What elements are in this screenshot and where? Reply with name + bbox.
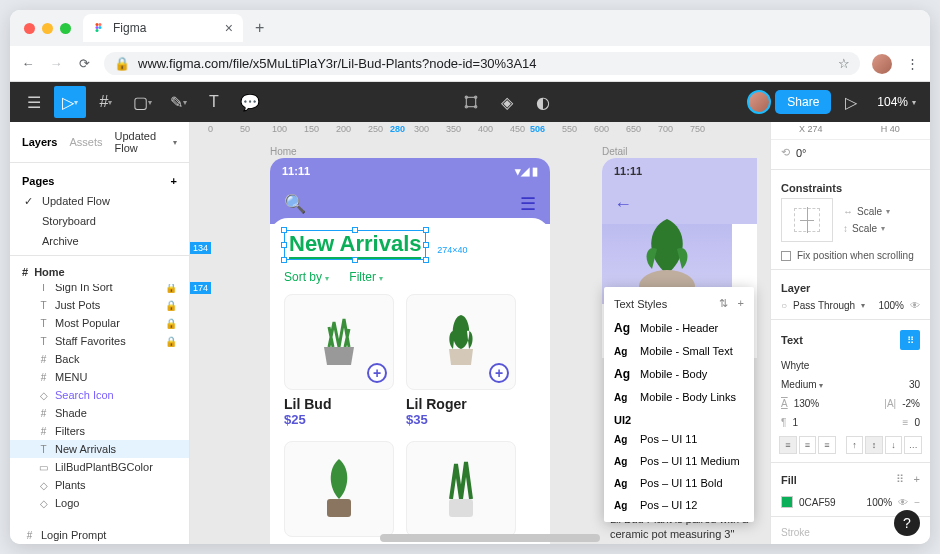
product-card[interactable]: +Lil Bud$25 xyxy=(284,294,394,427)
add-to-cart-icon[interactable]: + xyxy=(489,363,509,383)
text-tool-icon[interactable]: T xyxy=(198,86,230,118)
lock-icon[interactable]: 🔒 xyxy=(165,318,177,329)
text-more-icon[interactable]: … xyxy=(904,436,922,454)
help-button[interactable]: ? xyxy=(894,510,920,536)
bookmark-icon[interactable]: ☆ xyxy=(838,56,850,71)
fill-swatch[interactable] xyxy=(781,496,793,508)
sort-button[interactable]: Sort by ▾ xyxy=(284,270,329,284)
profile-avatar-icon[interactable] xyxy=(872,54,892,74)
horizontal-scrollbar[interactable] xyxy=(380,534,600,542)
minimize-window-icon[interactable] xyxy=(42,23,53,34)
text-style-item[interactable]: AgMobile - Header xyxy=(604,316,754,340)
page-item[interactable]: Storyboard xyxy=(10,211,189,231)
move-tool-icon[interactable]: ▷▾ xyxy=(54,86,86,118)
layer-opacity[interactable]: 100% xyxy=(878,300,904,311)
add-to-cart-icon[interactable]: + xyxy=(367,363,387,383)
menu-icon[interactable]: ☰ xyxy=(520,193,536,215)
layer-login-prompt[interactable]: # Login Prompt xyxy=(10,526,189,544)
layer-row[interactable]: TSign In Sort🔒 xyxy=(10,284,189,296)
maximize-window-icon[interactable] xyxy=(60,23,71,34)
artboard-home[interactable]: 11:11 ▾◢ ▮ 🔍 ☰ New Arrivals xyxy=(270,158,550,544)
layer-row[interactable]: TStaff Favorites🔒 xyxy=(10,332,189,350)
layer-row[interactable]: #Filters xyxy=(10,422,189,440)
resize-handle[interactable] xyxy=(423,242,429,248)
visibility-icon[interactable]: 👁 xyxy=(910,300,920,311)
line-height-input[interactable]: 130% xyxy=(794,398,820,409)
product-card[interactable]: +Lil Roger$35 xyxy=(406,294,516,427)
align-center-icon[interactable]: ≡ xyxy=(799,436,817,454)
style-picker-icon[interactable]: ⠿ xyxy=(896,473,904,486)
resize-handle[interactable] xyxy=(352,227,358,233)
text-style-item[interactable]: AgPos – UI 12 xyxy=(604,494,754,516)
back-arrow-icon[interactable]: ← xyxy=(614,194,632,215)
align-top-icon[interactable]: ↑ xyxy=(846,436,864,454)
frame-header[interactable]: # Home xyxy=(10,260,189,284)
browser-menu-icon[interactable]: ⋮ xyxy=(904,56,920,71)
rotation-value[interactable]: 0° xyxy=(796,147,807,159)
layer-row[interactable]: TJust Pots🔒 xyxy=(10,296,189,314)
component-icon[interactable]: ◈ xyxy=(491,86,523,118)
font-family-select[interactable]: Whyte xyxy=(781,360,809,371)
remove-fill-icon[interactable]: − xyxy=(914,497,920,508)
comment-tool-icon[interactable]: 💬 xyxy=(234,86,266,118)
text-style-item[interactable]: AgPos – UI 11 xyxy=(604,428,754,450)
resize-handle[interactable] xyxy=(423,257,429,263)
product-image[interactable] xyxy=(284,441,394,537)
canvas[interactable]: 0501001502002502803003504004505065506006… xyxy=(190,122,770,544)
forward-icon[interactable]: → xyxy=(48,56,64,71)
selected-text-node[interactable]: New Arrivals 274×40 xyxy=(284,230,426,260)
layer-row[interactable]: #MENU xyxy=(10,368,189,386)
lock-icon[interactable]: 🔒 xyxy=(165,336,177,347)
text-style-item[interactable]: AgMobile - Small Text xyxy=(604,340,754,362)
resize-handle[interactable] xyxy=(352,257,358,263)
align-bottom-icon[interactable]: ↓ xyxy=(885,436,903,454)
back-icon[interactable]: ← xyxy=(20,56,36,71)
para-spacing-input[interactable]: 1 xyxy=(792,417,798,428)
frame-label-home[interactable]: Home xyxy=(270,146,297,157)
share-button[interactable]: Share xyxy=(775,90,831,114)
text-style-button[interactable]: ⠿ xyxy=(900,330,920,350)
flow-selector[interactable]: Updated Flow▾ xyxy=(115,130,178,154)
layer-row[interactable]: ◇Search Icon xyxy=(10,386,189,404)
tab-assets[interactable]: Assets xyxy=(69,136,102,148)
fill-hex-input[interactable]: 0CAF59 xyxy=(799,497,836,508)
pen-tool-icon[interactable]: ✎▾ xyxy=(162,86,194,118)
resize-handle[interactable] xyxy=(423,227,429,233)
constraints-widget[interactable] xyxy=(781,198,833,242)
browser-tab[interactable]: Figma × xyxy=(83,14,243,42)
text-style-item[interactable]: AgMobile - Body xyxy=(604,362,754,386)
resize-handle[interactable] xyxy=(281,242,287,248)
frame-label-detail[interactable]: Detail xyxy=(602,146,628,157)
layer-row[interactable]: #Back xyxy=(10,350,189,368)
v-constraint-select[interactable]: ↕Scale▾ xyxy=(843,223,890,234)
close-window-icon[interactable] xyxy=(24,23,35,34)
close-tab-icon[interactable]: × xyxy=(225,20,233,36)
main-menu-icon[interactable]: ☰ xyxy=(18,86,50,118)
text-style-item[interactable]: AgPos – UI 11 Medium xyxy=(604,450,754,472)
add-page-icon[interactable]: + xyxy=(171,175,177,187)
search-icon[interactable]: 🔍 xyxy=(284,193,306,215)
url-field[interactable]: 🔒 www.figma.com/file/x5MuLtiPlaY3r/Lil-B… xyxy=(104,52,860,75)
edit-object-icon[interactable] xyxy=(455,86,487,118)
filter-icon[interactable]: ⇅ xyxy=(719,297,728,310)
reload-icon[interactable]: ⟳ xyxy=(76,56,92,71)
frame-tool-icon[interactable]: #▾ xyxy=(90,86,122,118)
visibility-icon[interactable]: 👁 xyxy=(898,497,908,508)
text-style-item[interactable]: AgPos – UI 11 Bold xyxy=(604,472,754,494)
layer-row[interactable]: ◇Plants xyxy=(10,476,189,494)
layer-row[interactable]: TNew Arrivals xyxy=(10,440,189,458)
zoom-control[interactable]: 104%▾ xyxy=(871,95,922,109)
add-fill-icon[interactable]: + xyxy=(914,473,920,486)
layer-row[interactable]: ◇Logo xyxy=(10,494,189,512)
lock-icon[interactable]: 🔒 xyxy=(165,300,177,311)
lock-icon[interactable]: 🔒 xyxy=(165,284,177,293)
add-style-icon[interactable]: + xyxy=(738,297,744,310)
new-tab-button[interactable]: + xyxy=(249,19,270,37)
mask-icon[interactable]: ◐ xyxy=(527,86,559,118)
letter-spacing-input[interactable]: -2% xyxy=(902,398,920,409)
para-indent-input[interactable]: 0 xyxy=(914,417,920,428)
shape-tool-icon[interactable]: ▢▾ xyxy=(126,86,158,118)
align-middle-icon[interactable]: ↕ xyxy=(865,436,883,454)
filter-button[interactable]: Filter ▾ xyxy=(349,270,383,284)
text-style-item[interactable]: AgMobile - Body Links xyxy=(604,386,754,408)
